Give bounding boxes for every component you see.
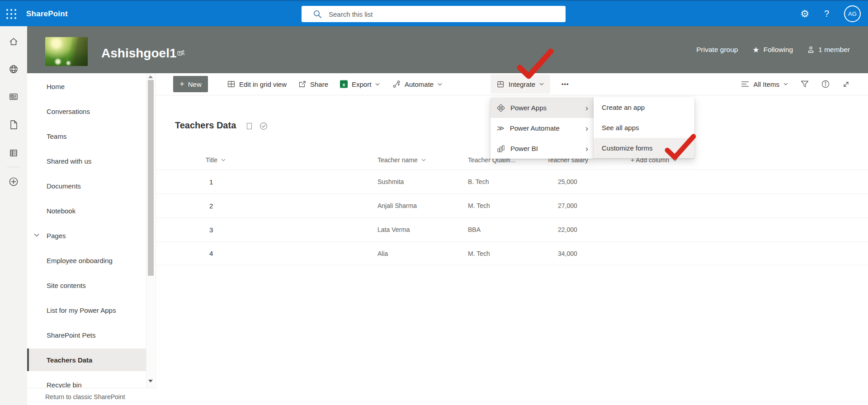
cell-title: 1 — [206, 178, 377, 186]
chevron-down-icon[interactable] — [34, 233, 39, 237]
app-launcher-icon[interactable] — [6, 9, 18, 21]
chevron-down-icon — [438, 83, 442, 85]
menu-item-power-automate[interactable]: ≫ Power Automate › — [491, 118, 594, 138]
menu-item-power-apps[interactable]: Power Apps › — [491, 98, 594, 118]
more-commands-icon[interactable]: ••• — [561, 81, 569, 88]
add-app-icon[interactable] — [9, 177, 19, 187]
members-label: 1 member — [818, 46, 850, 54]
chevron-down-icon — [221, 159, 226, 161]
sidebar-item-teams[interactable]: Teams — [27, 126, 146, 146]
submenu-item-create-an-app[interactable]: Create an app — [594, 97, 694, 118]
sidebar-item-site-contents[interactable]: Site contents — [27, 275, 146, 295]
sidebar-item-shared-with-us[interactable]: Shared with us — [27, 151, 146, 171]
integrate-button[interactable]: Integrate — [491, 75, 550, 94]
sidebar-item-employee-onboarding[interactable]: Employee onboarding — [27, 250, 146, 270]
view-selector[interactable]: All Items — [741, 80, 788, 88]
table-row[interactable]: 1 Sushmita B. Tech 25,000 — [156, 170, 868, 193]
check-circle-icon[interactable] — [259, 122, 268, 130]
share-button[interactable]: Share — [298, 80, 328, 88]
sidebar-item-sharepoint-pets[interactable]: SharePoint Pets — [27, 325, 146, 345]
new-button[interactable]: + New — [173, 76, 208, 92]
help-icon[interactable]: ? — [824, 9, 829, 19]
sidebar-item-label: Conversations — [47, 108, 90, 115]
new-button-label: New — [188, 80, 202, 88]
table-row[interactable]: 2 Anjali Sharma M. Tech 27,000 — [156, 193, 868, 217]
view-lines-icon — [741, 81, 749, 87]
lists-icon[interactable] — [9, 148, 19, 158]
menu-item-label: Power Apps — [510, 104, 580, 112]
settings-gear-icon[interactable]: ⚙ — [800, 9, 809, 19]
cell-title: 2 — [206, 202, 377, 210]
column-header-title[interactable]: Title — [206, 156, 377, 164]
cell-title: 4 — [206, 250, 377, 257]
column-header-teacher-name[interactable]: Teacher name — [377, 156, 468, 164]
bookmark-square-icon[interactable] — [247, 123, 252, 129]
integrate-icon — [497, 80, 505, 88]
scroll-up-arrow-icon[interactable] — [148, 75, 153, 78]
info-icon[interactable] — [821, 80, 830, 88]
scrollbar-thumb[interactable] — [148, 80, 154, 276]
table-row[interactable]: 4 Alia M. Tech 34,000 — [156, 241, 868, 265]
sidebar-item-notebook[interactable]: Notebook — [27, 201, 146, 221]
news-icon[interactable] — [9, 92, 19, 102]
document-icon[interactable] — [9, 120, 18, 130]
sidebar-item-teachers-data-selected[interactable]: Teachers Data — [27, 348, 146, 371]
sidebar-item-label: Employee onboarding — [47, 257, 113, 264]
submenu-item-label: Create an app — [602, 104, 645, 111]
privacy-status: Private group — [696, 46, 738, 54]
sidebar-item-label: Site contents — [47, 282, 86, 289]
chevron-down-icon — [783, 83, 788, 85]
export-label: Export — [352, 80, 371, 88]
sharepoint-brand[interactable]: SharePoint — [26, 1, 68, 26]
cell-teacher-salary: 34,000 — [547, 250, 631, 257]
search-box[interactable] — [302, 6, 566, 22]
site-logo[interactable] — [45, 37, 88, 66]
chevron-down-icon — [539, 83, 544, 85]
sidebar-nav: Home Conversations Teams Shared with us … — [27, 73, 156, 405]
home-icon[interactable] — [9, 37, 19, 47]
sidebar-item-documents[interactable]: Documents — [27, 176, 146, 196]
sidebar-item-list-for-my-power-apps[interactable]: List for my Power Apps — [27, 300, 146, 320]
menu-item-power-bi[interactable]: Power BI › — [491, 138, 594, 159]
automate-button[interactable]: Automate — [392, 80, 442, 88]
share-label: Share — [310, 80, 328, 88]
sidebar-item-label: Teams — [47, 132, 66, 140]
scroll-down-arrow-icon[interactable] — [148, 380, 153, 382]
column-header-label: Teacher name — [377, 156, 418, 164]
globe-icon[interactable] — [9, 64, 19, 74]
command-bar-right: All Items — [741, 73, 850, 95]
privacy-label: Private group — [696, 46, 738, 54]
table-row[interactable]: 3 Lata Verma BBA 22,000 — [156, 217, 868, 241]
return-to-classic-label: Return to classic SharePoint — [45, 393, 125, 400]
filter-icon[interactable] — [801, 80, 809, 88]
suite-bar-actions: ⚙ ? AG — [800, 1, 861, 26]
export-button[interactable]: x Export — [340, 80, 380, 88]
submenu-item-customize-forms[interactable]: Customize forms — [594, 138, 694, 158]
person-icon — [807, 46, 814, 53]
chevron-down-icon — [421, 159, 426, 161]
sidebar-item-pages[interactable]: Pages — [27, 226, 146, 245]
following-button[interactable]: ★ Following — [752, 46, 793, 54]
site-title[interactable]: Ashishgoel1 — [101, 46, 176, 61]
sidebar-scrollbar[interactable] — [146, 73, 155, 388]
sidebar-item-label: Recycle bin — [47, 381, 82, 389]
submenu-item-see-all-apps[interactable]: See all apps — [594, 118, 694, 138]
sidebar-item-conversations[interactable]: Conversations — [27, 101, 146, 121]
return-to-classic-link[interactable]: Return to classic SharePoint — [27, 388, 156, 405]
edit-in-grid-view-button[interactable]: Edit in grid view — [227, 80, 287, 88]
sidebar-item-home[interactable]: Home — [27, 76, 146, 96]
expand-icon[interactable] — [842, 80, 850, 88]
members-button[interactable]: 1 member — [807, 46, 850, 54]
site-header-meta: Private group ★ Following 1 member — [696, 26, 850, 73]
edit-in-grid-view-label: Edit in grid view — [239, 80, 287, 88]
search-input[interactable] — [329, 10, 519, 18]
sidebar-item-label: List for my Power Apps — [47, 306, 116, 314]
submenu-item-label: Customize forms — [602, 144, 653, 152]
account-avatar[interactable]: AG — [844, 5, 861, 22]
star-icon: ★ — [752, 46, 759, 54]
list-title: Teachers Data — [175, 120, 236, 131]
teams-icon — [177, 50, 185, 57]
chevron-down-icon — [375, 83, 380, 85]
cell-teacher-salary: 27,000 — [547, 202, 631, 209]
column-header-label: Title — [206, 156, 217, 164]
